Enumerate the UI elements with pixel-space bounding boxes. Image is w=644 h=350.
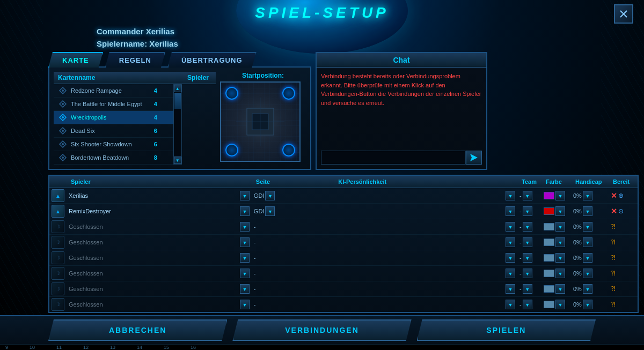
team-dropdown[interactable]: ▼ (523, 222, 532, 232)
ki-dropdown[interactable]: ▼ (506, 284, 515, 294)
map-list-scrollbar[interactable]: ▲ ▼ (173, 84, 182, 165)
handicap-dropdown[interactable]: ▼ (583, 253, 592, 263)
color-swatch (544, 301, 554, 308)
ki-dropdown[interactable]: ▼ (506, 269, 515, 278)
team-dropdown[interactable]: ▼ (523, 269, 532, 278)
player-icon-img: ☽ (52, 298, 64, 311)
handicap-dropdown[interactable]: ▼ (583, 222, 592, 232)
player-row-icon: ☽ (49, 281, 67, 297)
player-handicap-cell: 0% ▼ (571, 266, 609, 281)
team-dropdown[interactable]: ▼ (523, 206, 532, 216)
map-item[interactable]: Six Shooter Showdown 6 (54, 138, 173, 151)
player-icon-img: ▲ (52, 189, 64, 202)
player-name-cell: Geschlossen ▼ (67, 235, 252, 250)
scroll-thumb[interactable] (174, 93, 181, 109)
team-dropdown[interactable]: ▼ (523, 237, 532, 247)
player-name-dropdown[interactable]: ▼ (240, 300, 250, 309)
player-name: Geschlossen (69, 224, 239, 230)
chat-send-button[interactable] (466, 151, 482, 165)
side-dropdown[interactable]: ▼ (265, 206, 275, 216)
player-row-icon: ☽ (49, 266, 67, 281)
player-handicap-cell: 0% ▼ (571, 235, 609, 250)
team-dropdown[interactable]: ▼ (523, 284, 532, 294)
color-swatch (544, 239, 554, 246)
ready-symbol-icon: ⁈ (611, 270, 616, 277)
handicap-dropdown[interactable]: ▼ (583, 191, 592, 200)
handicap-dropdown[interactable]: ▼ (583, 284, 592, 294)
map-item[interactable]: Bordertown Beatdown 8 (54, 151, 173, 165)
team-dropdown[interactable]: ▼ (523, 191, 532, 200)
th-player: Spieler (67, 175, 252, 188)
ki-dropdown[interactable]: ▼ (506, 300, 515, 309)
player-handicap: 0% (573, 270, 582, 277)
player-name-dropdown[interactable]: ▼ (240, 269, 250, 278)
color-dropdown[interactable]: ▼ (555, 237, 565, 247)
player-name-dropdown[interactable]: ▼ (240, 222, 250, 232)
scroll-down-arrow[interactable]: ▼ (174, 157, 181, 164)
map-item-name: The Battle for Middle Egypt (71, 101, 142, 107)
player-handicap: 0% (573, 255, 582, 261)
color-dropdown[interactable]: ▼ (555, 284, 565, 294)
player-row-icon: ▲ (49, 188, 67, 204)
scroll-up-arrow[interactable]: ▲ (174, 85, 181, 92)
player-color-cell: ▼ (541, 297, 571, 313)
player-row-icon: ☽ (49, 297, 67, 313)
ki-dropdown[interactable]: ▼ (506, 191, 515, 200)
handicap-dropdown[interactable]: ▼ (583, 237, 592, 247)
title-bar: SPIEL-SETUP (0, 0, 644, 24)
player-handicap-cell: 0% ▼ (571, 297, 609, 313)
player-ready-cell: ⁈ (609, 219, 638, 235)
tab-regeln[interactable]: REGELN (105, 52, 165, 68)
player-name-dropdown[interactable]: ▼ (240, 237, 250, 247)
color-dropdown[interactable]: ▼ (555, 206, 565, 216)
connections-button[interactable]: VERBINDUNGEN (232, 319, 411, 341)
player-name-dropdown[interactable]: ▼ (240, 284, 250, 294)
cancel-button[interactable]: ABBRECHEN (48, 319, 227, 341)
page-title: SPIEL-SETUP (0, 4, 644, 21)
color-dropdown[interactable]: ▼ (555, 300, 565, 309)
map-item-name: Wrecktropolis (71, 114, 142, 121)
ki-dropdown[interactable]: ▼ (506, 237, 515, 247)
color-dropdown[interactable]: ▼ (555, 269, 565, 278)
player-ready-cell: ⁈ (609, 235, 638, 250)
map-item[interactable]: Redzone Rampage 4 (54, 84, 173, 98)
handicap-dropdown[interactable]: ▼ (583, 300, 592, 309)
ki-dropdown[interactable]: ▼ (506, 222, 515, 232)
ki-dropdown[interactable]: ▼ (506, 253, 515, 263)
tab-uebertragung[interactable]: ÜBERTRAGUNG (167, 52, 257, 68)
map-item-selected[interactable]: Wrecktropolis 4 (54, 111, 173, 124)
svg-point-11 (62, 143, 64, 145)
side-dropdown[interactable]: ▼ (265, 191, 275, 200)
map-item[interactable]: Dead Six 6 (54, 124, 173, 138)
handicap-dropdown[interactable]: ▼ (583, 269, 592, 278)
startpos-area: Startposition: (220, 72, 306, 165)
player-name-dropdown[interactable]: ▼ (240, 206, 250, 216)
player-side: GDI (254, 208, 265, 214)
map-item[interactable]: The Battle for Middle Egypt 4 (54, 98, 173, 111)
color-dropdown[interactable]: ▼ (555, 191, 565, 200)
table-row: ☽ Geschlossen ▼ - ▼ - ▼ ▼ 0% ▼ ⁈ (49, 219, 638, 235)
player-icon-img: ☽ (52, 282, 64, 295)
th-ki: KI-Persönlichkeit (334, 175, 517, 188)
map-list: Redzone Rampage 4 The Battle for Middle … (54, 84, 173, 165)
player-team: - (519, 286, 522, 292)
tab-karte[interactable]: KARTE (48, 52, 103, 68)
ready-x-icon: ✕ (611, 191, 617, 200)
team-dropdown[interactable]: ▼ (523, 300, 532, 309)
th-handicap: Handicap (571, 175, 609, 188)
color-swatch (544, 254, 554, 262)
team-dropdown[interactable]: ▼ (523, 253, 532, 263)
close-button[interactable] (614, 4, 633, 24)
color-dropdown[interactable]: ▼ (555, 253, 565, 263)
color-dropdown[interactable]: ▼ (555, 222, 565, 232)
handicap-dropdown[interactable]: ▼ (583, 206, 592, 216)
player-team: - (519, 239, 522, 245)
player-team-cell: - ▼ (517, 235, 541, 250)
player-icon-img: ☽ (52, 220, 64, 233)
player-name-dropdown[interactable]: ▼ (240, 253, 250, 263)
chat-input[interactable] (321, 151, 466, 165)
ki-dropdown[interactable]: ▼ (506, 206, 515, 216)
player-team: - (519, 192, 522, 199)
play-button[interactable]: SPIELEN (417, 319, 596, 341)
player-name-dropdown[interactable]: ▼ (240, 191, 250, 200)
